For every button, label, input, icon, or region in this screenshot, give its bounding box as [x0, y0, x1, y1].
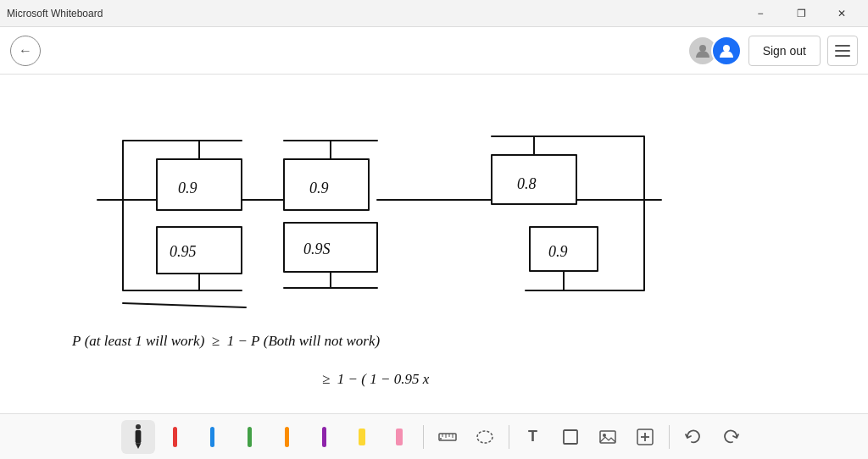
svg-point-10 [477, 431, 492, 443]
yellow-highlight-icon [359, 429, 365, 445]
restore-button[interactable]: ❐ [782, 0, 821, 27]
green-pen-icon [248, 427, 252, 447]
yellow-highlight-button[interactable] [345, 420, 379, 454]
separator-1 [423, 425, 424, 449]
titlebar-title: Microsoft Whiteboard [7, 8, 103, 19]
pen-tool-icon [132, 424, 144, 449]
pink-marker-icon [396, 429, 403, 445]
svg-rect-11 [564, 430, 577, 444]
pen-tool-button[interactable] [121, 420, 155, 454]
blue-pen-icon [210, 427, 214, 447]
titlebar-controls: − ❐ ✕ [741, 0, 861, 27]
redo-button[interactable] [714, 420, 748, 454]
lasso-icon [476, 428, 494, 446]
toolbar-bottom: T [0, 413, 868, 459]
pink-marker-button[interactable] [382, 420, 416, 454]
close-button[interactable]: ✕ [822, 0, 861, 27]
purple-pen-icon [322, 427, 326, 447]
svg-marker-3 [135, 443, 141, 449]
text-icon: T [528, 428, 537, 445]
image-button[interactable] [591, 420, 625, 454]
red-pen-icon [173, 427, 177, 447]
svg-point-1 [723, 45, 730, 52]
menu-button[interactable] [827, 36, 858, 66]
shape-button[interactable] [554, 420, 587, 454]
sign-out-button[interactable]: Sign out [748, 36, 821, 66]
main-area: ← Sign out [0, 27, 868, 459]
purple-pen-button[interactable] [308, 420, 342, 454]
back-button[interactable]: ← [10, 36, 41, 66]
avatar-user2 [711, 36, 742, 66]
orange-pen-icon [285, 427, 289, 447]
svg-point-9 [440, 438, 442, 440]
orange-pen-button[interactable] [270, 420, 304, 454]
green-pen-button[interactable] [233, 420, 267, 454]
shape-icon [562, 429, 579, 445]
undo-button[interactable] [676, 420, 710, 454]
avatar-group [687, 36, 742, 66]
separator-3 [669, 425, 670, 449]
canvas-area[interactable] [0, 75, 868, 413]
toolbar-right: Sign out [687, 36, 858, 66]
lasso-button[interactable] [468, 420, 502, 454]
image-icon [599, 429, 616, 445]
svg-point-13 [603, 434, 606, 437]
pen-dot [136, 424, 141, 429]
svg-rect-2 [135, 430, 141, 443]
svg-rect-12 [600, 431, 615, 443]
menu-line-2 [835, 50, 850, 52]
blue-pen-button[interactable] [196, 420, 230, 454]
ruler-button[interactable] [431, 420, 465, 454]
toolbar-top: ← Sign out [0, 27, 868, 75]
ruler-icon [438, 428, 457, 446]
redo-icon [721, 428, 740, 446]
red-pen-button[interactable] [159, 420, 192, 454]
menu-line-1 [835, 45, 850, 47]
menu-line-3 [835, 55, 850, 57]
undo-icon [684, 428, 703, 446]
titlebar: Microsoft Whiteboard − ❐ ✕ [0, 0, 868, 27]
whiteboard-canvas[interactable] [0, 75, 868, 413]
add-icon [637, 429, 654, 445]
svg-point-0 [699, 45, 706, 52]
add-button[interactable] [628, 420, 662, 454]
minimize-button[interactable]: − [741, 0, 780, 27]
text-button[interactable]: T [516, 420, 550, 454]
svg-rect-4 [439, 434, 456, 440]
separator-2 [509, 425, 509, 449]
